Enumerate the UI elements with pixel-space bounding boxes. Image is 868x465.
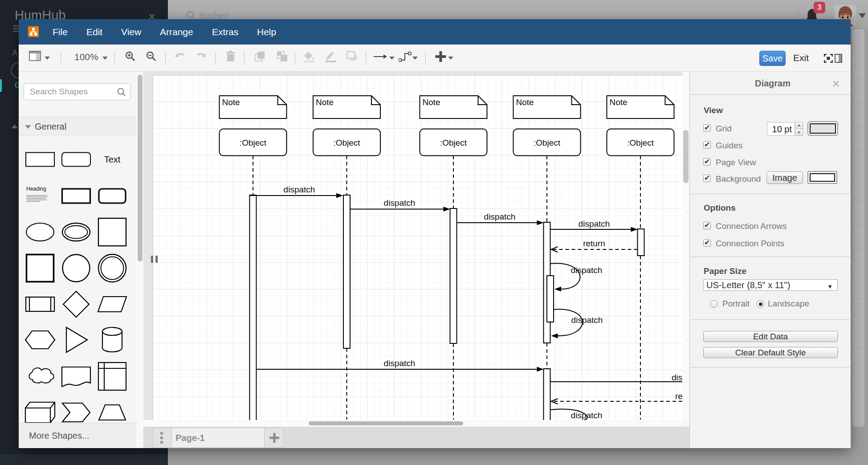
svg-text:re: re <box>675 392 682 401</box>
svg-text:Note: Note <box>610 98 628 107</box>
svg-text:Note: Note <box>423 98 440 107</box>
svg-text:dispatch: dispatch <box>384 359 416 368</box>
svg-text:Note: Note <box>316 98 334 107</box>
svg-text::Object: :Object <box>240 138 267 147</box>
svg-text:return: return <box>583 239 605 248</box>
svg-text:dis: dis <box>672 373 682 382</box>
svg-text:A: A <box>12 49 17 57</box>
svg-text:Heading: Heading <box>26 186 46 192</box>
svg-text:dispatch: dispatch <box>571 315 603 325</box>
svg-text::Object: :Object <box>534 138 561 147</box>
svg-text:dispatch: dispatch <box>484 212 516 221</box>
svg-text:dispatch: dispatch <box>284 185 315 194</box>
svg-text:dispatch: dispatch <box>571 411 603 420</box>
svg-text:dispatch: dispatch <box>384 198 416 208</box>
svg-text:dispatch: dispatch <box>579 219 610 228</box>
svg-text:Note: Note <box>516 98 534 107</box>
svg-text:Note: Note <box>222 98 240 107</box>
svg-text::Object: :Object <box>627 138 654 147</box>
svg-text::Object: :Object <box>333 138 360 147</box>
svg-text:dispatch: dispatch <box>571 265 603 275</box>
svg-text::Object: :Object <box>440 138 467 147</box>
svg-text:Text: Text <box>104 155 121 164</box>
